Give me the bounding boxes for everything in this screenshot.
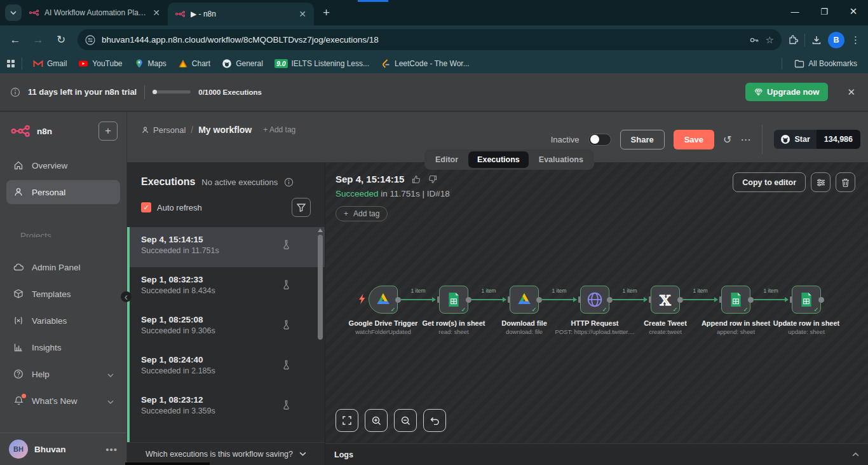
output-port[interactable] <box>395 297 401 303</box>
output-port[interactable] <box>677 297 683 303</box>
site-settings-icon[interactable] <box>85 35 95 45</box>
filter-button[interactable] <box>292 198 311 217</box>
workflow-name[interactable]: My workflow <box>198 125 252 135</box>
input-port[interactable] <box>719 296 722 303</box>
sidebar-item-templates[interactable]: Templates <box>6 282 120 306</box>
sidebar-collapse-button[interactable]: ‹ <box>121 291 132 302</box>
executions-footer[interactable]: Which executions is this workflow saving… <box>127 442 325 465</box>
bookmark-ielts[interactable]: 9.0 IELTS Listening Less... <box>270 57 374 70</box>
output-port[interactable] <box>748 297 754 303</box>
sidebar-item-help[interactable]: Help <box>6 362 120 386</box>
reload-button[interactable]: ↻ <box>51 30 71 50</box>
input-port[interactable] <box>437 296 440 303</box>
tab-close-icon[interactable]: ✕ <box>151 7 161 18</box>
version-history-icon[interactable]: ↺ <box>723 134 731 146</box>
node-connection[interactable] <box>683 299 717 300</box>
auto-refresh-checkbox[interactable]: ✓ <box>141 202 151 212</box>
workflow-node-create-tweet[interactable]: 𝕏✓ <box>651 286 680 314</box>
minimize-button[interactable]: — <box>780 0 810 23</box>
sidebar-item-personal[interactable]: Personal <box>6 180 120 204</box>
add-tag-button[interactable]: + Add tag <box>263 125 295 134</box>
password-key-icon[interactable] <box>749 35 759 45</box>
node-connection[interactable] <box>401 299 435 300</box>
tab-search-button[interactable] <box>5 4 22 21</box>
input-port[interactable] <box>649 296 651 303</box>
tab-executions[interactable]: Executions <box>468 151 529 168</box>
input-port[interactable] <box>508 296 510 303</box>
upgrade-now-button[interactable]: Upgrade now <box>745 83 828 101</box>
node-connection[interactable] <box>542 299 576 300</box>
share-button[interactable]: Share <box>620 130 665 149</box>
workflow-node-append-row-in-sheet[interactable]: ✓ <box>721 286 750 314</box>
sidebar-item-variables[interactable]: Variables <box>6 309 120 333</box>
output-port[interactable] <box>818 297 824 303</box>
workflow-menu-icon[interactable]: ⋯ <box>740 134 750 146</box>
sidebar-item-overview[interactable]: Overview <box>6 153 120 177</box>
execution-list-item[interactable]: Sep 1, 08:32:33Succeeded in 8.434s <box>130 267 325 307</box>
sidebar-item-insights[interactable]: Insights <box>6 335 120 359</box>
output-port[interactable] <box>466 297 471 303</box>
workflow-node-update-row-in-sheet[interactable]: ✓ <box>792 286 821 314</box>
extensions-icon[interactable] <box>788 35 798 45</box>
bookmark-general[interactable]: General <box>217 57 268 71</box>
forward-button[interactable]: → <box>28 30 48 50</box>
restore-button[interactable]: ❐ <box>810 0 839 23</box>
execution-list-item[interactable]: Sep 1, 08:23:12Succeeded in 3.359s <box>130 387 325 427</box>
output-port[interactable] <box>607 297 613 303</box>
back-button[interactable]: ← <box>5 30 25 50</box>
bookmark-gmail[interactable]: Gmail <box>29 57 71 71</box>
workflow-node-download-file[interactable]: ✓ <box>510 286 539 314</box>
delete-execution-button[interactable] <box>836 172 855 192</box>
bookmark-chart[interactable]: Chart <box>173 57 215 71</box>
active-toggle[interactable] <box>588 134 611 146</box>
execution-settings-button[interactable] <box>811 172 831 192</box>
breadcrumb-project[interactable]: Personal <box>141 125 186 135</box>
bookmark-maps[interactable]: Maps <box>130 57 171 71</box>
user-menu-icon[interactable]: ••• <box>105 444 118 455</box>
output-port[interactable] <box>536 297 542 303</box>
workflow-node-get-row-s-in-sheet[interactable]: ✓ <box>439 286 468 314</box>
sidebar-item-admin-panel[interactable]: Admin Panel <box>6 255 120 279</box>
browser-menu-icon[interactable]: ⋮ <box>851 34 860 46</box>
url-text[interactable]: bhuvan1444.app.n8n.cloud/workflow/8cMQOB… <box>102 35 743 45</box>
browser-tab-1[interactable]: AI Workflow Automation Platfo ✕ <box>22 2 168 24</box>
chevron-up-icon[interactable] <box>852 452 859 457</box>
workflow-node-http-request[interactable]: ✓ <box>580 286 609 314</box>
input-port[interactable] <box>790 296 792 303</box>
bookmark-star-icon[interactable]: ☆ <box>766 34 774 46</box>
bookmark-leetcode[interactable]: LeetCode - The Wor... <box>376 57 474 71</box>
downloads-icon[interactable] <box>811 35 822 45</box>
execution-list-item[interactable]: Sep 1, 08:25:08Succeeded in 9.306s <box>130 307 325 347</box>
add-workflow-button[interactable]: + <box>98 121 118 141</box>
thumbs-down-icon[interactable] <box>428 175 437 184</box>
address-bar[interactable]: bhuvan1444.app.n8n.cloud/workflow/8cMQOB… <box>78 29 782 50</box>
execution-list-item[interactable]: Sep 4, 15:14:15Succeeded in 11.751s <box>130 227 325 267</box>
user-row[interactable]: BH Bhuvan ••• <box>0 433 126 465</box>
scrollbar-thumb[interactable] <box>318 235 323 340</box>
tab-editor[interactable]: Editor <box>426 151 467 168</box>
add-tag-button[interactable]: + Add tag <box>336 206 388 221</box>
save-button[interactable]: Save <box>674 130 714 149</box>
zoom-out-button[interactable] <box>394 409 417 432</box>
browser-profile-avatar[interactable]: B <box>828 32 844 48</box>
undo-button[interactable] <box>423 409 446 432</box>
input-port[interactable] <box>578 296 581 303</box>
close-window-button[interactable]: ✕ <box>839 0 868 23</box>
user-avatar[interactable]: BH <box>9 440 28 459</box>
github-star-widget[interactable]: Star 134,986 <box>774 130 860 149</box>
all-bookmarks-button[interactable]: All Bookmarks <box>790 57 862 71</box>
tab-evaluations[interactable]: Evaluations <box>530 151 592 168</box>
browser-tab-2-active[interactable]: ▶ - n8n ✕ <box>168 3 314 25</box>
tab-close-icon[interactable]: ✕ <box>297 8 308 20</box>
logs-bar[interactable]: Logs <box>325 443 868 465</box>
zoom-in-button[interactable] <box>365 409 388 432</box>
sidebar-item-whats-new[interactable]: What's New <box>6 389 120 413</box>
copy-to-editor-button[interactable]: Copy to editor <box>733 172 806 192</box>
new-tab-button[interactable]: + <box>323 6 330 20</box>
workflow-canvas[interactable]: Sep 4, 15:14:15 Succeeded in 11.751s | I… <box>325 162 868 443</box>
thumbs-up-icon[interactable] <box>412 175 421 184</box>
workflow-node-google-drive-trigger[interactable]: ✓ <box>369 286 398 314</box>
apps-grid-icon[interactable] <box>6 59 15 68</box>
node-connection[interactable] <box>754 299 788 300</box>
scrollbar[interactable] <box>317 227 323 442</box>
